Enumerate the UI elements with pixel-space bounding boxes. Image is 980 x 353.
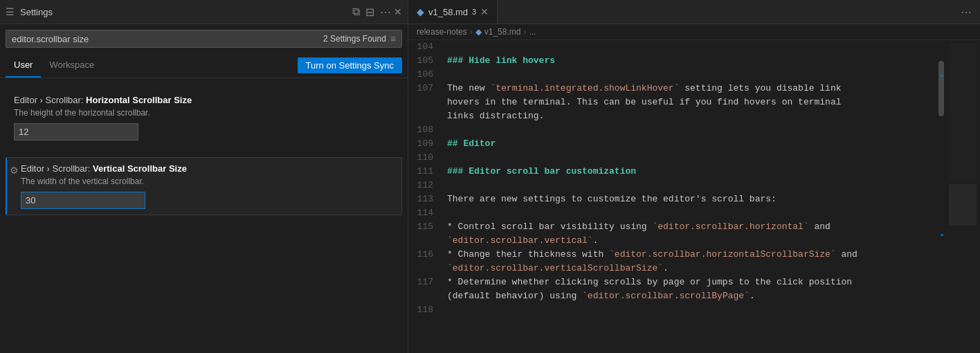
breadcrumb-section: ... [529, 27, 536, 37]
code-line-116: * Change their thickness with `editor.sc… [447, 248, 936, 262]
setting-vertical-title: Editor › Scrollbar: Vertical Scrollbar S… [21, 163, 393, 174]
tab-user[interactable]: User [6, 53, 41, 78]
settings-tab-title: Settings [20, 7, 350, 17]
settings-panel: ☰ Settings ⧉ ⊟ ⋯ ✕ 2 Settings Found ≡ Us… [0, 0, 408, 353]
editor-tab-close-button[interactable]: ✕ [480, 6, 489, 17]
settings-tab-bar: ☰ Settings ⧉ ⊟ ⋯ ✕ [0, 0, 408, 24]
scrollbar-accent-2 [941, 234, 943, 236]
editor-more-actions-icon[interactable]: ⋯ [961, 6, 980, 19]
code-line-107b: hovers in the terminal. This can be usef… [447, 96, 936, 109]
code-line-113: There are new settings to customize the … [447, 192, 936, 206]
code-line-117: * Determine whether clicking scrolls by … [447, 275, 936, 289]
breadcrumb-release-notes: release-notes [417, 27, 467, 37]
minimap [945, 40, 980, 353]
setting-horizontal-desc: The height of the horizontal scrollbar. [14, 108, 394, 118]
code-line-106 [447, 68, 936, 82]
tab-action-buttons: ⧉ ⊟ ⋯ [352, 6, 391, 19]
breadcrumb-sep-2: › [523, 27, 526, 37]
breadcrumb-filename: v1_58.md [484, 27, 521, 37]
code-line-114 [447, 206, 936, 220]
settings-search-input[interactable] [12, 34, 323, 44]
code-line-115: * Control scroll bar visibility using `e… [447, 220, 936, 234]
code-line-118 [447, 303, 936, 317]
minimap-content [949, 43, 977, 181]
code-line-107: The new `terminal.integrated.showLinkHov… [447, 82, 936, 96]
search-results-badge: 2 Settings Found [323, 34, 386, 44]
code-line-116b: `editor.scrollbar.verticalScrollbarSize`… [447, 262, 936, 275]
breadcrumb-sep-1: › [470, 27, 473, 37]
code-area: 104 105 106 107 108 109 110 111 112 113 … [408, 40, 980, 353]
editor-tab-v1-58-md[interactable]: ◆ v1_58.md 3 ✕ [408, 0, 498, 24]
settings-search-bar: 2 Settings Found ≡ [6, 30, 402, 48]
code-line-115b: `editor.scrollbar.vertical`. [447, 234, 936, 248]
setting-horizontal-input[interactable] [14, 123, 138, 141]
editor-tab-filename: v1_58.md [428, 7, 468, 17]
editor-tab-modified-count: 3 [472, 8, 476, 16]
minimap-viewport [949, 184, 977, 226]
code-line-117b: (default behavior) using `editor.scrollb… [447, 289, 936, 303]
code-line-111: ### Editor scroll bar customization [447, 165, 936, 179]
menu-icon: ☰ [6, 6, 15, 17]
code-line-108 [447, 123, 936, 137]
filter-icon[interactable]: ≡ [390, 33, 396, 44]
scrollbar-thumb[interactable] [938, 61, 944, 116]
editor-panel: ◆ v1_58.md 3 ✕ ⋯ release-notes › ◆ v1_58… [408, 0, 980, 353]
editor-scrollbar[interactable] [936, 40, 945, 353]
more-actions-icon[interactable]: ⋯ [380, 6, 391, 19]
setting-vertical-desc: The width of the vertical scrollbar. [21, 176, 393, 186]
setting-horizontal-scrollbar-size: Editor › Scrollbar: Horizontal Scrollbar… [6, 89, 402, 146]
code-line-112 [447, 179, 936, 192]
setting-gear-icon[interactable]: ⚙ [10, 165, 19, 176]
toggle-layout-icon[interactable]: ⊟ [365, 6, 374, 19]
code-content: ### Hide link hovers The new `terminal.i… [442, 40, 936, 353]
sync-button[interactable]: Turn on Settings Sync [298, 57, 402, 73]
breadcrumb: release-notes › ◆ v1_58.md › ... [408, 24, 980, 40]
line-numbers: 104 105 106 107 108 109 110 111 112 113 … [408, 40, 442, 353]
code-line-105: ### Hide link hovers [447, 54, 936, 68]
code-line-107c: links distracting. [447, 109, 936, 123]
markdown-file-icon: ◆ [417, 6, 424, 17]
split-editor-icon[interactable]: ⧉ [352, 6, 360, 19]
setting-vertical-input[interactable] [21, 192, 145, 209]
settings-tabs-row: User Workspace Turn on Settings Sync [0, 53, 408, 78]
scrollbar-accent-1 [941, 75, 943, 77]
code-line-110 [447, 151, 936, 165]
breadcrumb-file-icon: ◆ [475, 27, 482, 37]
editor-tab-bar: ◆ v1_58.md 3 ✕ ⋯ [408, 0, 980, 24]
settings-content: Editor › Scrollbar: Horizontal Scrollbar… [0, 78, 408, 353]
setting-vertical-scrollbar-size: ⚙ Editor › Scrollbar: Vertical Scrollbar… [6, 157, 402, 215]
code-line-104 [447, 40, 936, 54]
code-line-109: ## Editor [447, 137, 936, 151]
setting-horizontal-title: Editor › Scrollbar: Horizontal Scrollbar… [14, 95, 394, 105]
tab-workspace[interactable]: Workspace [41, 53, 102, 78]
close-settings-button[interactable]: ✕ [394, 6, 402, 17]
